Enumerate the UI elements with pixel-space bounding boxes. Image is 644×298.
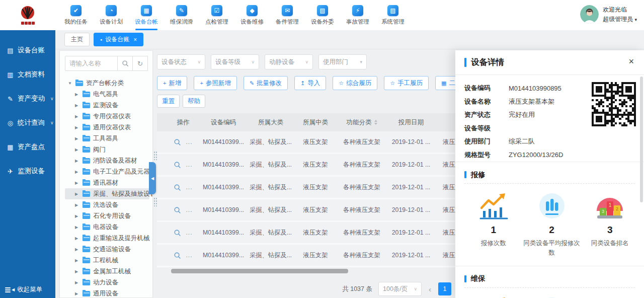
nav-item[interactable]: ▧设备外委 xyxy=(305,0,340,30)
nav-item[interactable]: ✉备件管理 xyxy=(270,0,305,30)
table-row[interactable]: ...M014410399...采掘、钻探及...液压支架各种液压支架2019-… xyxy=(157,131,455,154)
sidebar-item-equipment-ledger[interactable]: ▤ 设备台账 xyxy=(0,38,55,62)
tree-item[interactable]: ▶专用仪器仪表 xyxy=(65,111,152,122)
sidebar-item-asset-change[interactable]: ✎ 资产变动 ∨ xyxy=(0,87,55,111)
import-button[interactable]: ↥ 导入 xyxy=(294,76,326,90)
user-menu[interactable]: 欢迎光临 超级管理员 ▾ xyxy=(580,5,637,24)
sidebar-item-asset-inventory[interactable]: ▦ 资产盘点 xyxy=(0,135,55,159)
composite-history-button[interactable]: ☆ 综合履历 xyxy=(333,76,377,90)
page-size-select[interactable]: 100条/页 ∨ xyxy=(378,282,422,296)
tree-item[interactable]: ▶监测设备 xyxy=(65,100,152,111)
table-row[interactable]: ...M014410399...采掘、钻探及...液压支架各种液压支架2019-… xyxy=(157,154,455,177)
view-detail-icon[interactable] xyxy=(174,252,181,259)
filter-select[interactable]: 动静设备∨ xyxy=(265,54,313,69)
table-row[interactable]: ...M014410399...采掘、钻探及...液压支架各种液压支架2019-… xyxy=(157,177,455,199)
row-more-button[interactable]: ... xyxy=(186,161,192,168)
filter-select[interactable]: 设备等级∨ xyxy=(211,54,259,69)
sidebar-item-documents[interactable]: ▥ 文档资料 xyxy=(0,62,55,87)
view-detail-button[interactable] xyxy=(174,206,181,214)
nav-item[interactable]: ✔我的任务 xyxy=(58,0,94,30)
panel-splitter[interactable]: ◀ xyxy=(152,50,158,298)
row-more-button[interactable]: ... xyxy=(186,184,192,191)
view-detail-button[interactable] xyxy=(174,229,181,237)
nav-item[interactable]: ☑点检管理 xyxy=(199,0,234,30)
maintenance-stats: 1 xyxy=(464,294,644,298)
tree-collapse-handle[interactable]: ◀ xyxy=(149,162,156,194)
help-button[interactable]: 帮助 xyxy=(183,95,205,108)
add-button[interactable]: + 新增 xyxy=(157,76,187,90)
tab-equipment-ledger[interactable]: ● 设备台账 × xyxy=(94,33,143,46)
tree-refresh-button[interactable]: ↻ xyxy=(133,56,148,71)
manual-history-button[interactable]: ☆ 手工履历 xyxy=(384,76,429,90)
tree-item[interactable]: ▶消防设备及器材 xyxy=(65,155,152,166)
tree-item[interactable]: ▶通讯器材 xyxy=(65,177,152,188)
sidebar-item-statistics[interactable]: ◎ 统计查询 ∨ xyxy=(0,111,55,135)
tree-search-input[interactable] xyxy=(65,56,118,71)
table-row[interactable]: ...M014410399...采掘、钻探及...液压支架各种液压支架2019-… xyxy=(157,222,455,245)
table-row[interactable]: ...M014410399...采掘、钻探及...液压支架各种液压支架2019-… xyxy=(157,245,455,267)
search-icon xyxy=(122,60,129,67)
close-icon[interactable]: × xyxy=(628,57,634,66)
nav-item[interactable]: ▨系统管理 xyxy=(375,0,411,30)
tree-item-label: 采掘、钻探及抽放设备 xyxy=(93,190,153,198)
tree-item[interactable]: ▶交通运输设备 xyxy=(65,244,152,255)
prev-page-button[interactable]: ‹ xyxy=(428,285,432,293)
view-detail-icon[interactable] xyxy=(174,138,181,146)
col-operation: 操作 xyxy=(167,118,199,127)
tree-item[interactable]: ▶阀门 xyxy=(65,144,152,155)
tree-item[interactable]: ▶电器设备 xyxy=(65,221,152,233)
sidebar-item-monitor-devices[interactable]: ✈ 监测设备 xyxy=(0,159,55,183)
chevron-down-icon: ∨ xyxy=(305,59,308,64)
tree-item[interactable]: ▶电气器具 xyxy=(65,89,152,100)
sort-icon[interactable] xyxy=(374,120,377,125)
tree-root[interactable]: ▼ 资产台帐分类 xyxy=(65,78,152,89)
filter-select[interactable]: 设备状态∨ xyxy=(157,54,205,69)
tree-item[interactable]: ▶电子工业产品及元器件 xyxy=(65,166,152,177)
nav-item[interactable]: ⚡事故管理 xyxy=(340,0,375,30)
view-detail-icon[interactable] xyxy=(174,184,181,191)
filter-select[interactable]: 使用部门▾ xyxy=(318,54,367,69)
batch-edit-button[interactable]: ✎ 批量修改 xyxy=(244,76,288,90)
view-detail-button[interactable] xyxy=(174,252,181,259)
cell-commission-date: 2019-12-01 ... xyxy=(386,161,436,168)
tab-home[interactable]: 主页 xyxy=(64,33,90,46)
nav-item[interactable]: ◆设备维修 xyxy=(234,0,270,30)
row-more-button[interactable]: ... xyxy=(186,252,192,259)
cell-code: M014410399... xyxy=(199,206,248,213)
collapse-menu-button[interactable]: ◀ 收起菜单 xyxy=(5,285,42,294)
tree-search-button[interactable] xyxy=(118,56,133,71)
tree-item[interactable]: ▶通用仪器仪表 xyxy=(65,122,152,133)
svg-text:1: 1 xyxy=(609,202,612,208)
tab-close-icon[interactable]: × xyxy=(133,36,137,43)
tree-item[interactable]: ▶通用设备 xyxy=(65,288,152,298)
row-more-button[interactable]: ... xyxy=(186,206,192,213)
tree-item[interactable]: ▶动力设备 xyxy=(65,277,152,288)
view-detail-button[interactable] xyxy=(174,161,181,169)
tree-item-label: 起重输送及提升机械 xyxy=(93,234,150,243)
tree-item[interactable]: ▶工程机械 xyxy=(65,255,152,266)
row-more-button[interactable]: ... xyxy=(186,138,192,145)
tree-item[interactable]: ▶石化专用设备 xyxy=(65,210,152,221)
tree-item[interactable]: ▶工具器具 xyxy=(65,133,152,144)
nav-item[interactable]: ◔设备计划 xyxy=(94,0,129,30)
reference-add-button[interactable]: + 参照新增 xyxy=(194,76,236,90)
page-number-active[interactable]: 1 xyxy=(438,282,451,295)
view-detail-icon[interactable] xyxy=(174,229,181,237)
tree-item[interactable]: ▶金属加工机械 xyxy=(65,266,152,277)
scrollbar-thumb[interactable] xyxy=(171,269,348,273)
reset-button[interactable]: 重置 xyxy=(157,95,180,108)
tree-item[interactable]: ▶起重输送及提升机械 xyxy=(65,233,152,244)
tree-item[interactable]: ▶洗选设备 xyxy=(65,199,152,210)
qrcode-button[interactable]: ▦ 二维码 xyxy=(435,76,455,90)
view-detail-icon[interactable] xyxy=(174,161,181,169)
row-more-button[interactable]: ... xyxy=(186,229,192,236)
nav-item[interactable]: ▦设备台帐 xyxy=(129,0,164,30)
view-detail-button[interactable] xyxy=(174,184,181,191)
table-row[interactable]: ...M014410399...采掘、钻探及...液压支架各种液压支架2019-… xyxy=(157,199,455,222)
panel-scrollbar[interactable] xyxy=(640,77,643,202)
view-detail-button[interactable] xyxy=(174,138,181,146)
nav-item[interactable]: ✎维保润滑 xyxy=(164,0,199,30)
view-detail-icon[interactable] xyxy=(174,206,181,214)
tree-item[interactable]: ▶采掘、钻探及抽放设备 xyxy=(65,188,149,199)
horizontal-scrollbar[interactable] xyxy=(157,269,455,273)
